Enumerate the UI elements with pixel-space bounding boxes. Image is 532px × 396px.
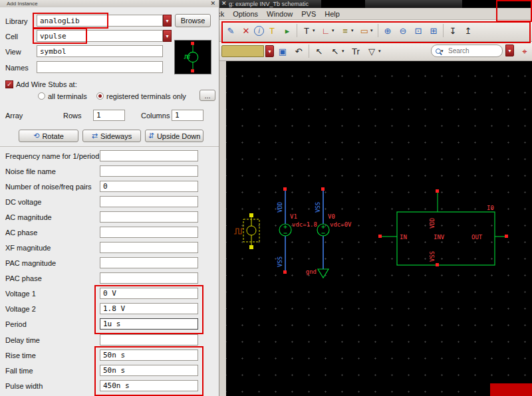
array-label: Array (5, 112, 23, 120)
wire-icon[interactable]: ∟ (319, 23, 333, 38)
param-row: Rise time (0, 349, 219, 363)
library-input[interactable] (37, 15, 163, 27)
vpulse-ghost-symbol[interactable] (234, 213, 259, 249)
schematic-canvas[interactable]: VDD VSS V1 vdc=1.8 VSS V0 vdc=0V (226, 61, 532, 396)
menu-window[interactable]: Window (267, 10, 293, 18)
more-options-button[interactable]: ... (200, 90, 215, 101)
param-input[interactable] (100, 165, 198, 177)
info-icon[interactable]: i (254, 26, 264, 36)
param-row: Period (0, 318, 219, 332)
cellview-combo[interactable] (221, 45, 264, 57)
delete-icon[interactable]: ✕ (239, 23, 253, 38)
pin-square (321, 187, 325, 191)
pin-label-out: OUT (471, 234, 483, 241)
target-icon[interactable]: ⌖ (517, 45, 532, 59)
instance-name: V1 (290, 213, 297, 220)
close-icon[interactable]: ✕ (210, 0, 215, 7)
param-input[interactable] (100, 211, 198, 223)
rows-input[interactable] (93, 110, 125, 121)
upside-down-button[interactable]: ⇵ Upside Down (145, 130, 203, 142)
param-label: Pulse width (5, 382, 43, 390)
param-input[interactable] (100, 272, 198, 284)
sideways-label: Sideways (100, 132, 132, 140)
zoom-fit-icon[interactable]: ⊡ (411, 23, 426, 38)
param-input[interactable] (100, 349, 198, 361)
param-input[interactable] (100, 365, 198, 376)
param-input[interactable] (100, 334, 198, 346)
select-arrow-icon[interactable]: ↖ (312, 44, 327, 58)
v0-source[interactable]: VSS V0 vdc=0V gnd (306, 187, 352, 278)
pin-square (191, 69, 194, 72)
ascend-icon[interactable]: ↥ (461, 23, 475, 38)
param-input[interactable] (100, 288, 198, 299)
param-input[interactable] (100, 227, 198, 238)
window-close-icon[interactable]: ✕ (221, 0, 227, 7)
param-input[interactable] (100, 242, 198, 253)
v1-source[interactable]: VDD VSS V1 vdc=1.8 (277, 187, 317, 274)
chevron-down-icon[interactable]: ▾ (441, 49, 446, 54)
param-input[interactable] (100, 196, 198, 207)
copy-icon[interactable]: ▣ (275, 44, 290, 58)
param-input[interactable] (100, 318, 198, 330)
names-input[interactable] (37, 61, 163, 73)
upside-down-label: Upside Down (157, 132, 200, 140)
view-input[interactable] (37, 45, 163, 57)
pin-icon[interactable]: ▭ (357, 23, 372, 38)
window-titlebar[interactable]: ✕ g: example INV_Tb schematic (219, 0, 532, 8)
browse-button[interactable]: Browse (175, 14, 211, 27)
add-instance-dialog: Add Instance ✕ Library ▾ Browse Cell ▾ V… (0, 0, 219, 396)
pencil-icon[interactable]: ✎ (223, 23, 238, 38)
menu-help[interactable]: Help (325, 10, 340, 18)
chevron-down-icon[interactable]: ▾ (265, 45, 274, 57)
sideways-button[interactable]: ⇄ Sideways (82, 130, 141, 142)
registered-terminals-radio[interactable] (96, 92, 104, 100)
param-label: Voltage 2 (5, 305, 36, 313)
toolbar-main: ✎ ✕ i T ▸ T ▾ ∟ ▾ ≡ ▾ ▭ ▾ ⊕ ⊖ ⊡ ⊞ ↧ ↥ (219, 20, 532, 42)
undo-icon[interactable]: ↶ (291, 44, 306, 58)
note-icon[interactable]: T (265, 23, 279, 38)
virtuoso-window: ✕ g: example INV_Tb schematic Check Opti… (219, 0, 532, 396)
search-input[interactable] (448, 47, 495, 54)
zoom-in-icon[interactable]: ⊕ (380, 23, 395, 38)
label-icon[interactable]: ≡ (338, 23, 352, 38)
param-input[interactable] (100, 150, 198, 161)
inv-instance[interactable]: IN OUT INV VDD VSS I0 (378, 189, 508, 266)
all-terminals-radio[interactable] (38, 92, 45, 100)
cell-combo-icon[interactable]: ▾ (163, 30, 172, 42)
param-input[interactable] (100, 181, 198, 192)
chevron-down-icon[interactable]: ▾ (342, 49, 347, 54)
zoom-out-icon[interactable]: ⊖ (396, 23, 410, 38)
search-box[interactable]: ▾ (431, 45, 503, 57)
menu-options[interactable]: Options (233, 10, 258, 18)
param-input[interactable] (100, 380, 198, 391)
select-mode-icon[interactable]: ↖ (328, 44, 342, 58)
menu-pvs[interactable]: PVS (301, 10, 316, 18)
chevron-down-icon[interactable]: ▾ (351, 28, 356, 33)
columns-input[interactable] (172, 110, 203, 121)
text-icon[interactable]: T (299, 23, 314, 38)
library-combo-icon[interactable]: ▾ (163, 15, 172, 27)
search-scope-combo[interactable]: ▾ (505, 45, 514, 56)
dialog-titlebar[interactable]: Add Instance ✕ (0, 0, 219, 7)
wire-stubs-label: Add Wire Stubs at: (16, 80, 77, 88)
filter-icon[interactable]: ▽ (364, 44, 379, 58)
redaction-block (462, 0, 532, 8)
pin-label-in: IN (400, 234, 407, 241)
dialog-title: Add Instance (7, 1, 38, 7)
rotate-button[interactable]: ⟲ Rotate (19, 130, 78, 142)
param-row: Noise file name (0, 165, 219, 179)
param-label: XF magnitude (5, 244, 51, 252)
chevron-down-icon[interactable]: ▾ (378, 49, 384, 54)
text-run-icon[interactable]: Tr (348, 44, 363, 58)
param-input[interactable] (100, 257, 198, 268)
cell-input[interactable] (37, 30, 163, 42)
chevron-down-icon[interactable]: ▾ (313, 28, 318, 33)
menu-check[interactable]: Check (219, 10, 224, 18)
wire-stubs-checkbox[interactable]: ✓ (5, 80, 13, 88)
param-input[interactable] (100, 303, 198, 314)
probe-icon[interactable]: ▸ (280, 23, 295, 38)
chevron-down-icon[interactable]: ▾ (332, 28, 337, 33)
descend-icon[interactable]: ↧ (446, 23, 460, 38)
zoom-area-icon[interactable]: ⊞ (426, 23, 441, 38)
chevron-down-icon[interactable]: ▾ (370, 28, 376, 33)
